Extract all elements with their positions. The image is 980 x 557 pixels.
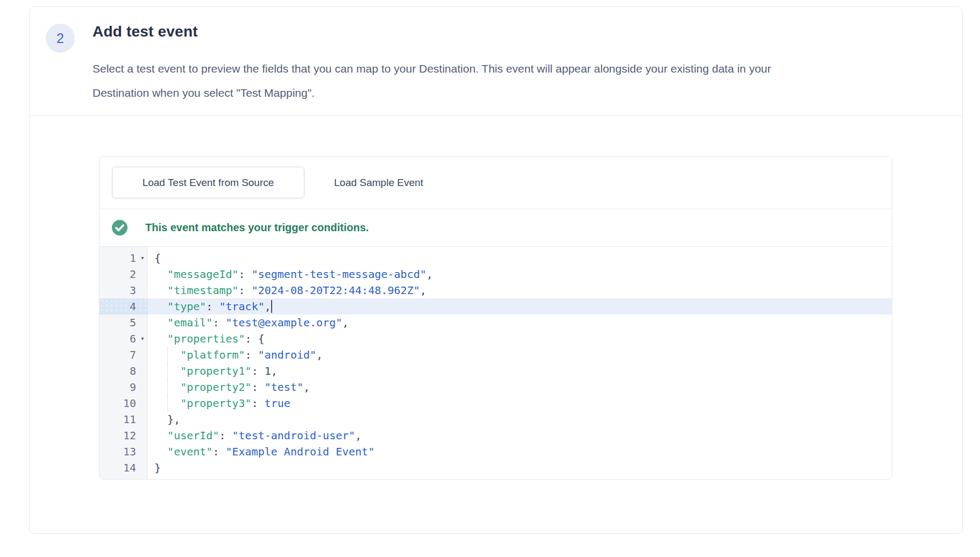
code-line[interactable]: 2 "messageId": "segment-test-message-abc… bbox=[100, 266, 892, 282]
code-line[interactable]: 6▾ "properties": { bbox=[100, 331, 892, 347]
code-text: "type": "track", bbox=[154, 298, 892, 315]
code-text: "properties": { bbox=[154, 331, 892, 347]
load-sample-event-button[interactable]: Load Sample Event bbox=[334, 167, 423, 198]
line-number: 2 bbox=[100, 266, 136, 282]
trigger-match-status: This event matches your trigger conditio… bbox=[100, 209, 892, 247]
line-number: 3 bbox=[100, 282, 136, 298]
page-title: Add test event bbox=[93, 23, 198, 40]
line-number: 8 bbox=[100, 363, 136, 379]
code-text: "property3": true bbox=[154, 395, 892, 411]
code-line[interactable]: 3 "timestamp": "2024-08-20T22:44:48.962Z… bbox=[100, 282, 892, 298]
fold-arrow-icon[interactable]: ▾ bbox=[138, 250, 147, 266]
step-description-line: Select a test event to preview the field… bbox=[93, 56, 771, 81]
line-number: 7 bbox=[100, 347, 136, 363]
line-number: 1 bbox=[100, 250, 136, 266]
code-text: { bbox=[154, 250, 892, 266]
line-number: 10 bbox=[100, 395, 136, 411]
code-text: "property2": "test", bbox=[154, 379, 892, 395]
code-line[interactable]: 5 "email": "test@example.org", bbox=[100, 315, 892, 331]
line-number: 11 bbox=[100, 411, 136, 427]
code-line[interactable]: 10 "property3": true bbox=[100, 395, 892, 411]
step-number-badge: 2 bbox=[46, 24, 75, 53]
load-test-event-button[interactable]: Load Test Event from Source bbox=[112, 167, 304, 198]
add-test-event-card: 2 Add test event Select a test event to … bbox=[29, 6, 963, 534]
code-line[interactable]: 8 "property1": 1, bbox=[100, 363, 892, 379]
code-line[interactable]: 13 "event": "Example Android Event" bbox=[100, 444, 892, 460]
line-number: 12 bbox=[100, 427, 136, 444]
code-line[interactable]: 1▾{ bbox=[100, 250, 892, 266]
code-line[interactable]: 12 "userId": "test-android-user", bbox=[100, 427, 892, 444]
line-number: 4 bbox=[100, 298, 136, 315]
code-text: "email": "test@example.org", bbox=[154, 315, 892, 331]
line-number: 9 bbox=[100, 379, 136, 395]
header-divider bbox=[30, 115, 962, 116]
line-number: 6 bbox=[100, 331, 136, 347]
step-number: 2 bbox=[56, 31, 64, 46]
code-text: "event": "Example Android Event" bbox=[154, 444, 892, 460]
json-editor[interactable]: 1▾{2 "messageId": "segment-test-message-… bbox=[100, 247, 892, 479]
code-text: }, bbox=[154, 411, 892, 427]
line-number: 5 bbox=[100, 315, 136, 331]
code-line[interactable]: 7 "platform": "android", bbox=[100, 347, 892, 363]
fold-arrow-icon[interactable]: ▾ bbox=[138, 331, 147, 347]
event-source-button-row: Load Test Event from Source Load Sample … bbox=[100, 156, 892, 209]
check-circle-icon bbox=[112, 220, 127, 235]
code-text: } bbox=[154, 460, 892, 476]
test-event-panel: Load Test Event from Source Load Sample … bbox=[99, 156, 892, 480]
code-text: "timestamp": "2024-08-20T22:44:48.962Z", bbox=[154, 282, 892, 298]
code-text: "userId": "test-android-user", bbox=[154, 427, 892, 444]
step-description: Select a test event to preview the field… bbox=[93, 56, 771, 105]
code-line[interactable]: 9 "property2": "test", bbox=[100, 379, 892, 395]
code-text: "messageId": "segment-test-message-abcd"… bbox=[154, 266, 892, 282]
code-line[interactable]: 4 "type": "track", bbox=[100, 298, 892, 315]
code-text: "property1": 1, bbox=[154, 363, 892, 379]
code-line[interactable]: 14} bbox=[100, 460, 892, 476]
code-text: "platform": "android", bbox=[154, 347, 892, 363]
line-number: 14 bbox=[100, 460, 136, 476]
line-number: 13 bbox=[100, 444, 136, 460]
status-message: This event matches your trigger conditio… bbox=[145, 222, 369, 234]
json-editor-lines: 1▾{2 "messageId": "segment-test-message-… bbox=[100, 247, 892, 476]
step-description-line: Destination when you select "Test Mappin… bbox=[93, 81, 771, 105]
text-cursor bbox=[271, 300, 272, 313]
code-line[interactable]: 11 }, bbox=[100, 411, 892, 427]
